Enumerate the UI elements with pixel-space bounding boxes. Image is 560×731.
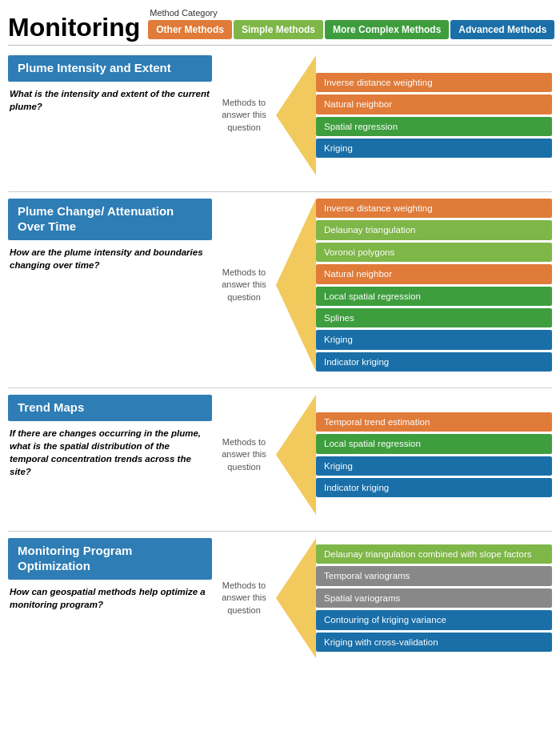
section-fan-plume-change: [276, 199, 316, 372]
section-question-plume-intensity: What is the intensity and extent of the …: [8, 87, 212, 113]
method-item-monitoring-optimization-4: Kriging with cross-validation: [316, 633, 552, 652]
section-fan-trend-maps: [276, 395, 316, 515]
section-fan-plume-intensity: [276, 55, 316, 175]
fan-svg-plume-change: [276, 199, 316, 372]
svg-marker-0: [276, 55, 316, 175]
svg-marker-2: [276, 395, 316, 515]
method-item-monitoring-optimization-0: Delaunay triangulation combined with slo…: [316, 544, 552, 564]
legend-tabs: Other Methods Simple Methods More Comple…: [148, 20, 554, 39]
section-connector-label-trend-maps: Methods to answer this question: [212, 436, 276, 473]
section-left-monitoring-optimization: Monitoring Program OptimizationHow can g…: [8, 538, 212, 658]
method-item-plume-change-7: Indicator kriging: [316, 352, 552, 372]
section-plume-intensity: Plume Intensity and ExtentWhat is the in…: [8, 55, 552, 175]
section-methods-monitoring-optimization: Delaunay triangulation combined with slo…: [316, 538, 552, 658]
method-item-plume-change-1: Delaunay triangulation: [316, 220, 552, 239]
section-left-plume-intensity: Plume Intensity and ExtentWhat is the in…: [8, 55, 212, 175]
section-center-trend-maps: Methods to answer this question: [212, 395, 276, 515]
section-question-trend-maps: If there are changes occurring in the pl…: [8, 427, 212, 478]
fan-svg-monitoring-optimization: [276, 538, 316, 658]
section-center-plume-change: Methods to answer this question: [212, 199, 276, 372]
section-methods-plume-intensity: Inverse distance weightingNatural neighb…: [316, 55, 552, 175]
section-left-plume-change: Plume Change/ Attenuation Over TimeHow a…: [8, 199, 212, 372]
method-item-plume-change-5: Splines: [316, 308, 552, 327]
section-connector-label-monitoring-optimization: Methods to answer this question: [212, 580, 276, 617]
method-item-plume-intensity-1: Natural neighbor: [316, 94, 552, 114]
method-item-trend-maps-2: Kriging: [316, 456, 552, 476]
section-center-plume-intensity: Methods to answer this question: [212, 55, 276, 175]
method-item-monitoring-optimization-3: Contouring of kriging variance: [316, 610, 552, 629]
section-center-monitoring-optimization: Methods to answer this question: [212, 538, 276, 658]
svg-marker-3: [276, 538, 316, 658]
method-item-plume-change-2: Voronoi polygons: [316, 243, 552, 262]
category-label: Method Category: [150, 8, 554, 18]
section-monitoring-optimization: Monitoring Program OptimizationHow can g…: [8, 538, 552, 658]
section-trend-maps: Trend MapsIf there are changes occurring…: [8, 395, 552, 515]
method-item-plume-intensity-0: Inverse distance weighting: [316, 73, 552, 92]
section-title-monitoring-optimization: Monitoring Program Optimization: [8, 538, 212, 580]
method-item-plume-change-4: Local spatial regression: [316, 287, 552, 306]
legend-area: Method Category Other Methods Simple Met…: [148, 8, 554, 39]
section-methods-trend-maps: Temporal trend estimationLocal spatial r…: [316, 395, 552, 515]
fan-svg-trend-maps: [276, 395, 316, 515]
method-item-plume-change-0: Inverse distance weighting: [316, 199, 552, 218]
method-item-plume-change-6: Kriging: [316, 330, 552, 349]
divider-2: [8, 531, 552, 532]
method-item-monitoring-optimization-2: Spatial variograms: [316, 588, 552, 608]
method-item-trend-maps-3: Indicator kriging: [316, 478, 552, 497]
divider-0: [8, 191, 552, 192]
main-content: Plume Intensity and ExtentWhat is the in…: [0, 49, 560, 681]
section-title-trend-maps: Trend Maps: [8, 395, 212, 421]
section-connector-label-plume-change: Methods to answer this question: [212, 267, 276, 303]
page-title: Monitoring: [8, 14, 140, 40]
header: Monitoring Method Category Other Methods…: [0, 0, 560, 40]
section-fan-monitoring-optimization: [276, 538, 316, 658]
divider-1: [8, 388, 552, 388]
tab-advanced[interactable]: Advanced Methods: [450, 20, 554, 39]
section-connector-label-plume-intensity: Methods to answer this question: [212, 97, 276, 134]
method-item-monitoring-optimization-1: Temporal variograms: [316, 566, 552, 585]
tab-other[interactable]: Other Methods: [148, 20, 232, 39]
tab-simple[interactable]: Simple Methods: [234, 20, 323, 39]
section-plume-change: Plume Change/ Attenuation Over TimeHow a…: [8, 199, 552, 372]
tab-complex[interactable]: More Complex Methods: [325, 20, 449, 39]
section-question-monitoring-optimization: How can geospatial methods help optimize…: [8, 585, 212, 611]
method-item-trend-maps-1: Local spatial regression: [316, 434, 552, 453]
section-title-plume-change: Plume Change/ Attenuation Over Time: [8, 199, 212, 240]
section-question-plume-change: How are the plume intensity and boundari…: [8, 246, 212, 271]
section-left-trend-maps: Trend MapsIf there are changes occurring…: [8, 395, 212, 515]
svg-marker-1: [276, 199, 316, 372]
section-methods-plume-change: Inverse distance weightingDelaunay trian…: [316, 199, 552, 372]
section-title-plume-intensity: Plume Intensity and Extent: [8, 55, 212, 82]
fan-svg-plume-intensity: [276, 55, 316, 175]
method-item-plume-intensity-3: Kriging: [316, 139, 552, 158]
method-item-plume-intensity-2: Spatial regression: [316, 117, 552, 136]
method-item-trend-maps-0: Temporal trend estimation: [316, 412, 552, 432]
method-item-plume-change-3: Natural neighbor: [316, 264, 552, 283]
